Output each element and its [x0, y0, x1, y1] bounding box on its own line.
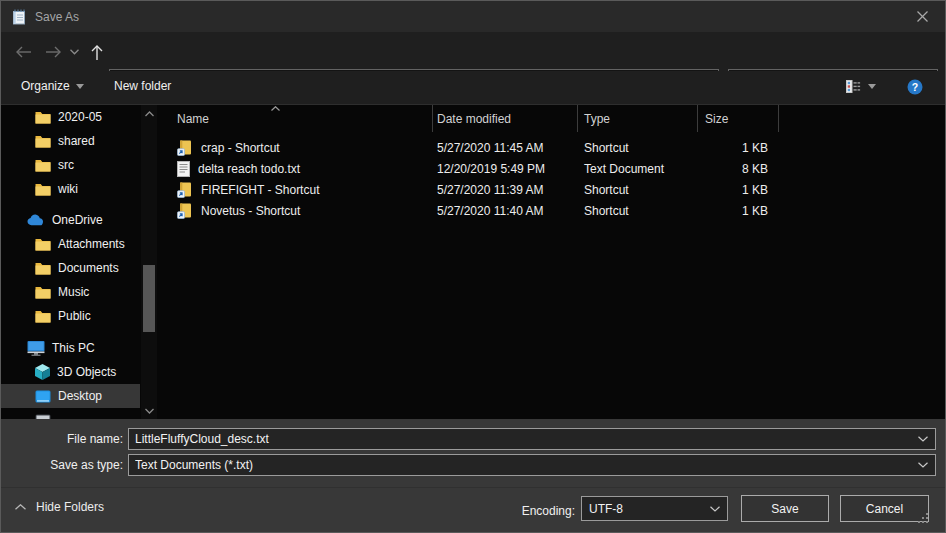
chevron-down-icon[interactable]	[918, 436, 928, 442]
folder-icon	[35, 183, 51, 196]
save-as-dialog: Save As › This PC › Desktop	[0, 0, 946, 533]
sidebar-scrollbar[interactable]	[141, 105, 157, 419]
folder-icon	[35, 286, 51, 299]
forward-arrow-icon	[45, 46, 62, 58]
sidebar-item-music[interactable]: Music	[1, 280, 140, 304]
computer-icon	[27, 340, 45, 356]
sidebar-item-label: src	[58, 158, 74, 172]
folder-icon	[35, 238, 51, 251]
column-divider[interactable]	[577, 105, 578, 132]
footer-divider	[1, 487, 945, 488]
sidebar-item-label: 3D Objects	[57, 365, 116, 379]
file-row-crap-shortcut[interactable]: crap - Shortcut 5/27/2020 11:45 AM Short…	[161, 137, 945, 158]
file-name: Novetus - Shortcut	[201, 204, 300, 218]
file-row-novetus-shortcut[interactable]: Novetus - Shortcut 5/27/2020 11:40 AM Sh…	[161, 200, 945, 221]
hide-folders-button[interactable]: Hide Folders	[15, 500, 104, 514]
file-name-combobox[interactable]	[128, 428, 936, 450]
navigation-bar: › This PC › Desktop	[1, 32, 945, 71]
back-arrow-icon	[15, 46, 32, 58]
sidebar-item-shared[interactable]: shared	[1, 129, 140, 153]
resize-grip[interactable]	[918, 513, 929, 524]
new-folder-label: New folder	[114, 79, 171, 93]
sidebar-item-label: Public	[58, 309, 91, 323]
3d-cube-icon	[35, 364, 50, 380]
up-button[interactable]	[85, 41, 109, 63]
column-header-name[interactable]: Name	[177, 112, 209, 126]
sidebar-item-attachments[interactable]: Attachments	[1, 232, 140, 256]
sidebar-item-public[interactable]: Public	[1, 304, 140, 328]
sidebar-item-label: 2020-05	[58, 110, 102, 124]
sidebar-item-src[interactable]: src	[1, 153, 140, 177]
file-type: Shortcut	[584, 137, 629, 158]
organize-button[interactable]: Organize	[21, 79, 84, 93]
svg-text:?: ?	[912, 81, 918, 93]
titlebar[interactable]: Save As	[1, 1, 945, 32]
column-header-type[interactable]: Type	[584, 112, 610, 126]
sidebar-item-label: wiki	[58, 182, 78, 196]
details-view-icon	[846, 80, 861, 93]
sidebar-item-documents[interactable]: Documents	[1, 256, 140, 280]
onedrive-cloud-icon	[27, 214, 45, 226]
encoding-label: Encoding:	[463, 504, 575, 518]
chevron-down-icon[interactable]	[710, 506, 720, 512]
sidebar-item-partial[interactable]	[1, 408, 140, 419]
save-as-type-combobox[interactable]	[128, 454, 936, 476]
folder-icon	[35, 159, 51, 172]
file-size: 1 KB	[661, 179, 768, 200]
column-header-size[interactable]: Size	[705, 112, 728, 126]
file-name: crap - Shortcut	[201, 141, 280, 155]
organize-label: Organize	[21, 79, 70, 93]
cancel-button-label: Cancel	[866, 502, 903, 516]
save-as-type-value[interactable]	[129, 455, 918, 475]
sidebar-item-onedrive[interactable]: OneDrive	[1, 208, 140, 232]
scroll-down-icon[interactable]	[145, 408, 154, 414]
sidebar-item-3d-objects[interactable]: 3D Objects	[1, 360, 140, 384]
file-list: Name Date modified Type Size	[161, 105, 945, 419]
file-size: 8 KB	[661, 158, 768, 179]
new-folder-button[interactable]: New folder	[114, 79, 171, 93]
cancel-button[interactable]: Cancel	[840, 495, 929, 522]
chevron-down-icon	[76, 84, 84, 89]
save-button[interactable]: Save	[741, 495, 829, 522]
close-icon	[917, 11, 928, 22]
column-divider[interactable]	[432, 105, 433, 132]
change-view-button[interactable]	[846, 80, 876, 93]
chevron-up-icon	[15, 504, 26, 510]
sidebar-item-desktop[interactable]: Desktop	[1, 384, 140, 408]
close-button[interactable]	[900, 1, 945, 32]
sidebar-item-this-pc[interactable]: This PC	[1, 336, 140, 360]
chevron-down-icon[interactable]	[918, 462, 928, 468]
file-type: Shortcut	[584, 200, 629, 221]
column-header-date-modified[interactable]: Date modified	[437, 112, 511, 126]
forward-button[interactable]	[41, 41, 65, 63]
back-button[interactable]	[11, 41, 35, 63]
hide-folders-label: Hide Folders	[36, 500, 104, 514]
shortcut-icon	[177, 203, 193, 219]
file-name-input[interactable]	[129, 429, 918, 449]
file-row-firefight-shortcut[interactable]: FIREFIGHT - Shortcut 5/27/2020 11:39 AM …	[161, 179, 945, 200]
save-options-panel: File name: Save as type: Hide Folders En…	[1, 419, 945, 532]
scroll-up-icon[interactable]	[145, 111, 154, 117]
save-as-type-label: Save as type:	[1, 458, 123, 472]
command-bar: Organize New folder ?	[1, 71, 945, 104]
sidebar-item-2020-05[interactable]: 2020-05	[1, 105, 140, 129]
text-document-icon	[177, 161, 190, 177]
file-browser: 2020-05 shared src wiki OneDrive Attachm…	[1, 104, 945, 419]
scrollbar-thumb[interactable]	[143, 265, 155, 332]
encoding-value: UTF-8	[582, 502, 710, 516]
shortcut-icon	[177, 140, 193, 156]
sidebar-item-label: Desktop	[58, 389, 102, 403]
help-icon: ?	[907, 79, 923, 95]
file-name: FIREFIGHT - Shortcut	[201, 183, 319, 197]
file-row-delta-reach-todo[interactable]: delta reach todo.txt 12/20/2019 5:49 PM …	[161, 158, 945, 179]
navigation-pane: 2020-05 shared src wiki OneDrive Attachm…	[1, 105, 141, 419]
file-date: 5/27/2020 11:40 AM	[437, 200, 544, 221]
recent-locations-button[interactable]	[67, 41, 81, 63]
help-button[interactable]: ?	[907, 79, 923, 98]
column-divider[interactable]	[778, 105, 779, 132]
encoding-combobox[interactable]: UTF-8	[581, 496, 728, 521]
sidebar-item-label: This PC	[52, 341, 95, 355]
save-button-label: Save	[771, 502, 798, 516]
column-divider[interactable]	[697, 105, 698, 132]
sidebar-item-wiki[interactable]: wiki	[1, 177, 140, 201]
